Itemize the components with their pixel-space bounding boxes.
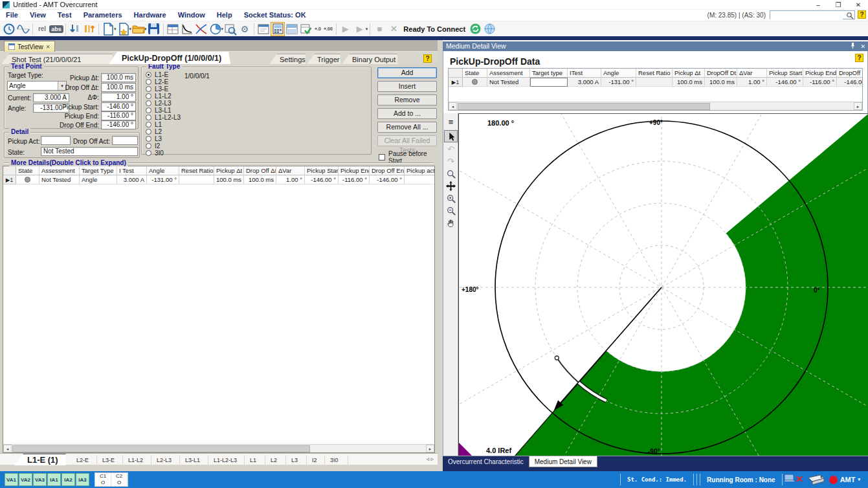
column-header[interactable]: Target Type [80, 166, 117, 175]
column-header[interactable]: DropOff End [837, 69, 862, 78]
remove-all-button[interactable]: Remove All ... [377, 122, 437, 133]
new-test-icon[interactable] [117, 22, 131, 36]
column-header[interactable]: State [16, 166, 39, 175]
column-header[interactable]: Drop Off Δt [244, 166, 276, 175]
column-header[interactable]: DropOff Dt [705, 69, 737, 78]
new-file-icon[interactable] [101, 22, 115, 36]
menu-test[interactable]: Test [52, 10, 78, 20]
pickup-dt-field[interactable]: 100.0 ms [101, 73, 136, 82]
column-header[interactable]: ITest [568, 69, 601, 78]
multi-curves-icon[interactable] [194, 22, 208, 36]
column-header[interactable]: Pickup act. [405, 166, 434, 175]
radio-l1[interactable]: L1 [146, 121, 162, 128]
scrollbar-thumb[interactable] [12, 445, 310, 452]
channel-va2[interactable]: VA2 [19, 473, 32, 486]
radio-l1-l2-l3[interactable]: L1-L2-L3 [146, 114, 181, 121]
radio-l3-e[interactable]: L3-E [146, 85, 168, 93]
help-icon[interactable]: ? [423, 54, 432, 63]
table-row[interactable]: ▶1 Not Tested 3.000 A -131.00 ° 100.0 ms… [449, 78, 862, 87]
nav-left-icon[interactable]: ◃ [426, 456, 429, 462]
fault-tab[interactable]: 3I0 [325, 455, 348, 465]
timing-icon[interactable] [2, 22, 16, 36]
hand-tool-icon[interactable] [444, 217, 458, 229]
channel-ia3[interactable]: IA3 [76, 473, 89, 486]
fault-tab[interactable]: L3-L1 [180, 455, 208, 465]
relative-mode-button[interactable]: rel [35, 22, 49, 36]
column-header[interactable]: Pickup Δt [673, 69, 705, 78]
column-header[interactable]: ΔVar [276, 166, 305, 175]
target-type-select[interactable]: Angle ▾ [7, 81, 67, 91]
report-table-icon[interactable] [166, 22, 180, 36]
control-panel-icon[interactable] [271, 22, 285, 36]
decimal-increase-icon[interactable]: +.00 [322, 22, 334, 36]
scroll-right-icon[interactable]: ▸ [426, 445, 434, 452]
nav-right-icon[interactable]: ▹ [430, 456, 434, 462]
chevron-down-icon[interactable]: ▾ [858, 477, 860, 482]
menu-help[interactable]: Help [211, 10, 238, 20]
column-header[interactable]: State [463, 69, 487, 78]
menu-parameters[interactable]: Parameters [78, 10, 128, 20]
search-input[interactable] [770, 12, 843, 19]
column-header[interactable]: Assessment [39, 166, 80, 175]
fault-tab[interactable]: I2 [307, 455, 325, 465]
column-header[interactable]: Assessment [487, 69, 530, 78]
assessment-check-icon[interactable] [299, 22, 313, 36]
start-test-icon[interactable]: ▶ [339, 22, 353, 36]
radio-l3-l1[interactable]: L3-L1 [146, 107, 172, 114]
tab-binary-output[interactable]: Binary Output [342, 54, 397, 64]
tab-trigger[interactable]: Trigger [307, 54, 340, 64]
column-header[interactable]: I Test [117, 166, 147, 175]
fault-tab[interactable]: L2-L3 [151, 455, 180, 465]
column-header[interactable]: Target type [530, 69, 568, 78]
pickup-act-field[interactable] [41, 136, 71, 145]
waveform-icon[interactable] [16, 22, 30, 36]
save-icon[interactable] [147, 22, 161, 36]
search-icon[interactable] [846, 12, 854, 19]
scroll-left-icon[interactable]: ◂ [3, 445, 12, 452]
maximize-button[interactable]: ❐ [829, 0, 848, 10]
tab-overcurrent-characteristic[interactable]: Overcurrent Characteristic [443, 456, 529, 467]
menu-window[interactable]: Window [172, 10, 211, 20]
column-header[interactable]: Pickup End [339, 166, 370, 175]
zoom-out-icon[interactable] [444, 205, 458, 217]
column-header[interactable]: Pickup Start [305, 166, 339, 175]
tab-settings[interactable]: Settings [269, 54, 306, 64]
phasor-clock-icon[interactable] [208, 22, 223, 36]
insert-button[interactable]: Insert [377, 81, 437, 92]
radio-3i0[interactable]: 3I0 [146, 150, 164, 157]
radio-l2[interactable]: L2 [146, 128, 162, 135]
fault-tab[interactable]: L3-E [97, 455, 123, 465]
table-row[interactable]: ▶1 Not Tested Angle 3.000 A -131.00 ° 10… [3, 175, 434, 184]
panel-splitter[interactable] [438, 40, 443, 471]
dropoff-end-field[interactable]: -146.00 ° [101, 120, 136, 129]
current-field[interactable]: 3.000 A [33, 93, 69, 102]
pickup-end-field[interactable]: -116.00 ° [101, 111, 136, 120]
reconnect-icon[interactable] [468, 22, 482, 36]
radio-l2-l3[interactable]: L2-L3 [146, 100, 172, 107]
fault-tab[interactable]: L2-E [71, 455, 97, 465]
search-box[interactable] [770, 10, 855, 19]
fault-tab[interactable]: L1-L2 [123, 455, 151, 465]
channel-va3[interactable]: VA3 [33, 473, 47, 486]
column-header[interactable]: Angle [601, 69, 636, 78]
radio-l3[interactable]: L3 [146, 135, 162, 142]
column-header[interactable]: Pickup End [803, 69, 837, 78]
characteristic-curve-icon[interactable] [180, 22, 194, 36]
column-header[interactable]: Pickup Δt [214, 166, 244, 175]
redo-icon[interactable]: ↷ [444, 155, 458, 168]
horizontal-scrollbar[interactable]: ◂ ▸ [3, 444, 434, 452]
column-header[interactable]: Drop Off End [370, 166, 405, 175]
abort-icon[interactable]: ✕ [386, 22, 401, 36]
add-to-button[interactable]: Add to ... [377, 108, 437, 119]
help-icon[interactable]: ? [855, 54, 863, 62]
open-folder-icon[interactable] [131, 22, 146, 36]
zoom-in-icon[interactable] [444, 192, 458, 205]
polar-chart-canvas[interactable]: 180.00 ° +90° +180° 0° -90° 4.0 IRef [458, 113, 868, 456]
fault-tab[interactable]: L1-L2-L3 [208, 455, 245, 465]
decimal-decrease-icon[interactable]: +.0 [313, 22, 322, 36]
close-button[interactable]: ✕ [849, 0, 868, 10]
stop-test-icon[interactable]: ■ [372, 22, 386, 36]
scroll-left-icon[interactable]: ◂ [449, 102, 457, 110]
zoom-tool-icon[interactable] [444, 168, 458, 180]
radio-i2[interactable]: I2 [146, 142, 160, 150]
